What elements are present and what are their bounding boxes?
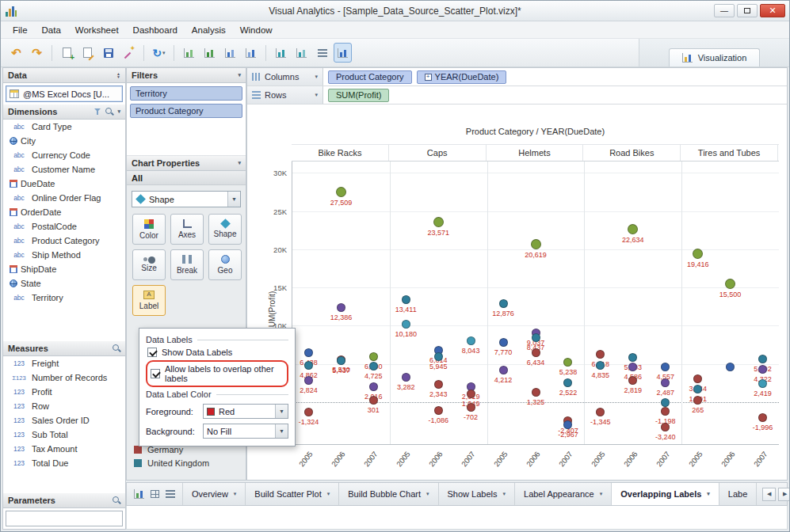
measure-item[interactable]: 123Freight xyxy=(3,356,125,370)
measures-header[interactable]: Measures xyxy=(3,341,125,356)
chart-tool-button-3[interactable] xyxy=(221,43,239,63)
data-point[interactable] xyxy=(693,374,702,383)
edit-viewsheet-button[interactable] xyxy=(78,43,97,63)
data-point[interactable] xyxy=(433,217,444,227)
data-point[interactable] xyxy=(661,398,670,407)
data-point[interactable] xyxy=(499,366,508,374)
new-viewsheet-button[interactable] xyxy=(58,43,76,63)
data-point[interactable] xyxy=(628,353,637,362)
data-point[interactable] xyxy=(758,355,767,363)
chevron-down-icon[interactable]: ▼ xyxy=(275,424,288,438)
visualization-tab[interactable]: Visualization xyxy=(669,48,761,66)
column-chip[interactable]: YEAR(DueDate) xyxy=(417,70,507,84)
column-chip[interactable]: Product Category xyxy=(328,70,412,84)
prop-button-size[interactable]: Size xyxy=(132,249,166,280)
data-point[interactable] xyxy=(467,403,475,412)
worksheet-tab-overlapping-labels[interactable]: Overlapping Labels▾ xyxy=(612,483,719,505)
prop-button-shape[interactable]: Shape xyxy=(208,214,242,245)
chevron-down-icon[interactable]: ▾ xyxy=(315,92,318,98)
prop-button-color[interactable]: Color xyxy=(132,214,166,245)
search-icon[interactable] xyxy=(105,108,113,116)
dimension-item[interactable]: State xyxy=(3,276,125,291)
chevron-down-icon[interactable]: ▾ xyxy=(600,491,603,497)
filters-header[interactable]: Filters ▾ xyxy=(127,68,246,83)
data-point[interactable] xyxy=(434,406,443,415)
checkbox-checked-icon[interactable] xyxy=(147,348,157,357)
chevron-down-icon[interactable]: ▼ xyxy=(275,405,288,418)
data-point[interactable] xyxy=(337,356,345,365)
data-point[interactable] xyxy=(726,363,735,371)
data-point[interactable] xyxy=(661,423,670,431)
data-point[interactable] xyxy=(402,320,410,329)
dimension-item[interactable]: abcProduct Category xyxy=(3,234,125,248)
data-point[interactable] xyxy=(369,352,378,361)
prop-button-label[interactable]: Label xyxy=(132,285,166,316)
data-point[interactable] xyxy=(758,413,767,422)
background-dropdown[interactable]: No Fill ▼ xyxy=(203,424,288,439)
chart-wizard-button[interactable] xyxy=(120,43,138,63)
chevron-down-icon[interactable]: ▾ xyxy=(503,491,506,497)
dimensions-header[interactable]: Dimensions ▾ xyxy=(3,104,125,120)
data-point[interactable] xyxy=(499,338,508,347)
expand-icon[interactable] xyxy=(425,74,432,81)
dimension-item[interactable]: City xyxy=(3,134,125,148)
data-point[interactable] xyxy=(628,376,637,385)
data-point[interactable] xyxy=(304,361,313,370)
data-point[interactable] xyxy=(369,362,378,370)
grid-view-icon[interactable] xyxy=(151,490,159,498)
measure-item[interactable]: 123Sub Total xyxy=(3,428,125,442)
collapse-expand-icon[interactable]: ▲▼ xyxy=(116,72,120,78)
save-button[interactable] xyxy=(99,43,117,63)
menu-item-data[interactable]: Data xyxy=(35,23,68,37)
worksheet-tab-overview[interactable]: Overview▾ xyxy=(183,483,246,505)
data-point[interactable] xyxy=(532,348,540,357)
chart-tool-button-4[interactable] xyxy=(242,43,260,63)
menu-item-dashboard[interactable]: Dashboard xyxy=(126,23,185,37)
graph-style-button-1[interactable] xyxy=(272,43,290,63)
dimension-item[interactable]: OrderDate xyxy=(3,205,125,219)
data-point[interactable] xyxy=(532,333,540,342)
data-point[interactable] xyxy=(402,295,410,304)
dimension-item[interactable]: abcShip Method xyxy=(3,248,125,262)
measure-item[interactable]: 123Tax Amount xyxy=(3,442,125,456)
parameters-header[interactable]: Parameters xyxy=(3,493,125,508)
data-point[interactable] xyxy=(304,408,313,416)
maximize-button[interactable] xyxy=(737,4,758,17)
measure-item[interactable]: 123Profit xyxy=(3,385,125,399)
data-point[interactable] xyxy=(369,382,378,391)
data-point[interactable] xyxy=(532,388,540,397)
data-point[interactable] xyxy=(661,378,670,387)
graph-style-button-2[interactable] xyxy=(292,43,311,63)
data-point[interactable] xyxy=(628,224,638,234)
rows-shelf-label[interactable]: Rows ▾ xyxy=(247,86,323,104)
filter-chip[interactable]: Territory xyxy=(130,86,242,101)
legend-item[interactable]: United Kingdom xyxy=(134,456,239,469)
scroll-left-button[interactable]: ◀ xyxy=(762,488,776,501)
dimension-item[interactable]: abcPostalCode xyxy=(3,219,125,234)
data-point[interactable] xyxy=(661,363,670,371)
list-view-icon[interactable] xyxy=(166,490,175,498)
chevron-down-icon[interactable]: ▾ xyxy=(315,74,318,80)
dimension-item[interactable]: abcOnline Order Flag xyxy=(3,191,125,205)
worksheet-tab-labe[interactable]: Labe xyxy=(719,483,757,505)
data-point[interactable] xyxy=(693,249,703,259)
measure-item[interactable]: 123Sales Order ID xyxy=(3,413,125,428)
data-point[interactable] xyxy=(531,239,541,249)
data-point[interactable] xyxy=(563,378,572,387)
measure-item[interactable]: 123Total Due xyxy=(3,456,125,470)
measure-item[interactable]: Σ123Number of Records xyxy=(3,370,125,385)
dimension-item[interactable]: abcCurrency Code xyxy=(3,148,125,162)
prop-button-geo[interactable]: Geo xyxy=(208,249,242,280)
search-icon[interactable] xyxy=(113,344,120,352)
chevron-down-icon[interactable]: ▾ xyxy=(707,491,710,497)
data-point[interactable] xyxy=(434,380,443,389)
chart-tool-button-1[interactable] xyxy=(180,43,198,63)
data-point[interactable] xyxy=(434,352,443,361)
shape-selector[interactable]: Shape ▼ xyxy=(132,191,241,207)
data-point[interactable] xyxy=(725,279,735,289)
data-panel-header[interactable]: Data ▲▼ xyxy=(3,68,125,83)
chevron-down-icon[interactable]: ▾ xyxy=(234,491,237,497)
dimension-item[interactable]: abcCustomer Name xyxy=(3,162,125,177)
filter-icon[interactable] xyxy=(94,108,101,116)
refresh-button[interactable]: ↻▾ xyxy=(150,43,168,63)
